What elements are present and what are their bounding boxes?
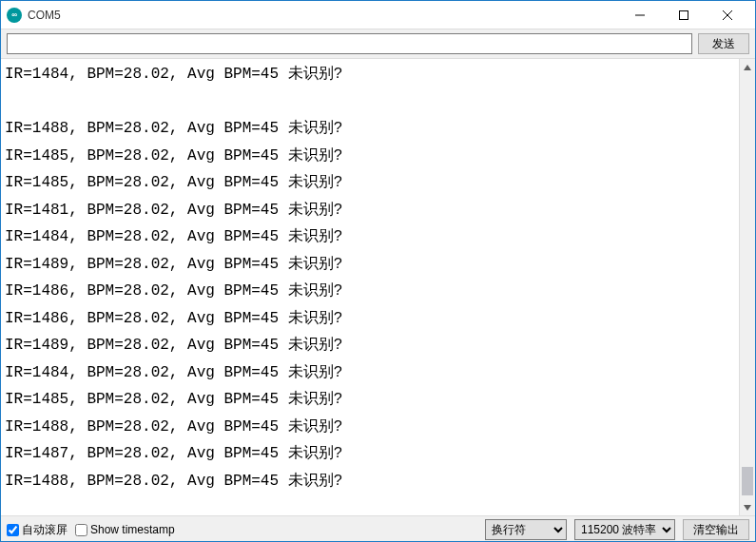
maximize-button[interactable] — [662, 2, 706, 29]
scroll-thumb[interactable] — [742, 467, 753, 495]
timestamp-label: Show timestamp — [90, 523, 175, 536]
clear-output-button[interactable]: 清空输出 — [683, 519, 749, 540]
line-ending-select[interactable]: 没有结束符换行符回车NL 和 CR — [485, 519, 567, 540]
scroll-up-icon[interactable] — [740, 59, 755, 75]
autoscroll-checkbox[interactable]: 自动滚屏 — [7, 522, 68, 538]
status-bar: 自动滚屏 Show timestamp 没有结束符换行符回车NL 和 CR 96… — [1, 516, 755, 542]
scrollbar[interactable] — [739, 59, 755, 515]
minimize-button[interactable] — [618, 2, 662, 29]
autoscroll-input[interactable] — [7, 524, 19, 536]
window-title: COM5 — [28, 9, 618, 22]
timestamp-checkbox[interactable]: Show timestamp — [75, 523, 175, 536]
serial-output[interactable]: IR=1484, BPM=28.02, Avg BPM=45 未识别? IR=1… — [1, 59, 755, 515]
serial-input[interactable] — [7, 33, 692, 54]
send-bar: 发送 — [1, 29, 755, 58]
autoscroll-label: 自动滚屏 — [22, 522, 68, 538]
baud-rate-select[interactable]: 9600 波特率115200 波特率 — [574, 519, 675, 540]
scroll-track[interactable] — [740, 75, 755, 499]
timestamp-input[interactable] — [75, 524, 87, 536]
titlebar: ∞ COM5 — [1, 1, 755, 29]
svg-marker-5 — [744, 505, 751, 511]
window-controls — [618, 2, 749, 29]
send-button[interactable]: 发送 — [698, 33, 749, 54]
scroll-down-icon[interactable] — [740, 499, 755, 515]
svg-rect-1 — [680, 10, 688, 19]
arduino-icon: ∞ — [7, 8, 22, 23]
svg-marker-4 — [744, 65, 751, 70]
output-area: IR=1484, BPM=28.02, Avg BPM=45 未识别? IR=1… — [1, 58, 755, 516]
close-button[interactable] — [706, 2, 749, 29]
